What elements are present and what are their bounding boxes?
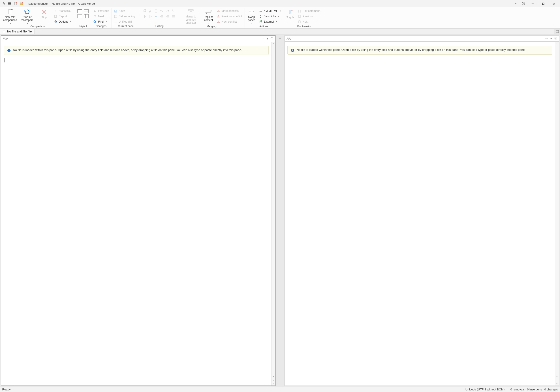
splitter-grip-icon[interactable]: ⋯ xyxy=(279,212,282,216)
new-text-comparison-button[interactable]: New text comparison xyxy=(2,8,18,24)
layout-single-icon[interactable] xyxy=(78,14,82,18)
right-file-header: ⋯ ▾ xyxy=(284,35,559,42)
document-tab[interactable]: No file and No file xyxy=(0,29,35,34)
svg-rect-40 xyxy=(156,10,156,10)
layout-horizontal-icon[interactable] xyxy=(84,9,89,13)
left-info-text: No file is loaded within this pane. Open… xyxy=(13,48,242,52)
svg-rect-64 xyxy=(556,30,559,33)
info-icon: i xyxy=(7,49,11,52)
right-scroll-gutter[interactable]: ▲ ▼ ▾ ▿ xyxy=(555,42,559,385)
scroll-down-icon[interactable]: ▼ xyxy=(555,375,559,378)
replace-content-button[interactable]: Replace content xyxy=(202,8,215,24)
ribbon-collapse-icon[interactable] xyxy=(512,0,519,7)
scroll-end1-icon[interactable]: ▾ xyxy=(271,378,275,382)
browse-icon[interactable]: ⋯ xyxy=(261,37,265,41)
find-button[interactable]: Find xyxy=(92,19,110,24)
unified-diff-button: Unified diff xyxy=(113,19,139,24)
edit-tool3-icon xyxy=(154,14,158,19)
report-icon xyxy=(54,15,57,18)
svg-rect-63 xyxy=(3,30,5,33)
merge-common-icon xyxy=(187,9,195,15)
svg-text:?: ? xyxy=(523,3,524,5)
comparison-workspace: ⋯ ▾ i No file is loaded within this pane… xyxy=(0,34,560,387)
layout-vertical-icon[interactable] xyxy=(78,9,82,13)
new-text-comparison-label: New text comparison xyxy=(3,15,17,22)
options-button[interactable]: Options xyxy=(53,19,74,24)
xml-html-button[interactable]: XML XML/HTML xyxy=(258,9,282,13)
scroll-up-icon[interactable]: ▲ xyxy=(271,42,275,45)
close-button[interactable] xyxy=(549,0,559,7)
help-icon[interactable]: ? xyxy=(520,0,527,7)
swap-panes-button[interactable]: Swap panes xyxy=(246,8,257,24)
open-file-icon[interactable] xyxy=(19,1,23,6)
right-file-input[interactable] xyxy=(285,37,543,40)
history-icon[interactable] xyxy=(270,37,274,41)
group-label-bookmarks: Bookmarks xyxy=(285,24,323,29)
stop-icon xyxy=(40,9,48,15)
edit-tool2-icon xyxy=(148,14,152,19)
external-button[interactable]: External xyxy=(258,19,282,24)
scroll-end1-icon[interactable]: ▾ xyxy=(555,378,559,382)
scroll-end2-icon[interactable]: ▿ xyxy=(555,382,559,385)
document-icon xyxy=(3,30,6,33)
svg-rect-10 xyxy=(54,15,57,18)
quick-access-menu-icon[interactable] xyxy=(8,1,12,6)
left-scroll-gutter[interactable]: ▲ ▼ ▾ ▿ xyxy=(271,42,275,385)
left-editor[interactable]: i No file is loaded within this pane. Op… xyxy=(1,42,276,386)
svg-rect-22 xyxy=(84,14,88,18)
new-text-comparison-icon xyxy=(6,9,14,15)
svg-text:i: i xyxy=(292,49,293,52)
ribbon-group-comparison: New text comparison Start or recompare S… xyxy=(0,8,75,29)
left-file-input[interactable] xyxy=(1,37,260,40)
start-recompare-button[interactable]: Start or recompare xyxy=(19,8,35,24)
sync-links-button[interactable]: Sync links xyxy=(258,14,282,19)
scroll-up-icon[interactable]: ▲ xyxy=(555,42,559,45)
info-icon: i xyxy=(291,49,294,52)
group-label-comparison: Comparison xyxy=(2,24,74,29)
svg-point-45 xyxy=(156,16,157,17)
redo-icon xyxy=(165,9,170,13)
gear-icon xyxy=(54,20,57,23)
scroll-down-icon[interactable]: ▼ xyxy=(271,375,275,378)
group-label-current-pane: Current pane xyxy=(113,24,139,29)
pane-splitter[interactable]: ⋯ xyxy=(276,35,284,386)
report-button: Report… xyxy=(53,14,74,19)
change-indicator-icon xyxy=(279,38,281,39)
status-changes: 0 removals · 0 insertions · 0 changes xyxy=(510,388,558,391)
ribbon-group-actions: Swap panes XML XML/HTML Sync links Exter… xyxy=(244,8,283,29)
svg-rect-21 xyxy=(78,14,82,18)
svg-rect-0 xyxy=(14,2,16,5)
edit-tool1-icon xyxy=(142,14,147,19)
app-icon[interactable] xyxy=(2,1,6,6)
svg-rect-55 xyxy=(189,10,193,11)
right-editor[interactable]: i No file is loaded within this pane. Op… xyxy=(284,42,559,386)
swap-icon xyxy=(248,9,255,15)
search-icon xyxy=(93,20,97,23)
conflict-icon xyxy=(217,9,220,13)
svg-text:i: i xyxy=(9,49,9,52)
maximize-button[interactable] xyxy=(538,0,548,7)
sigma-icon xyxy=(54,9,57,13)
status-encoding: Unicode (UTF-8 without BOM) xyxy=(465,388,504,391)
statistics-button: Statistics… xyxy=(53,9,74,13)
browse-icon[interactable]: ⋯ xyxy=(545,37,549,40)
diff-icon xyxy=(114,20,117,23)
group-label-actions: Actions xyxy=(246,24,282,29)
document-tab-strip: No file and No file xyxy=(0,29,560,34)
bookmark-next-button: Next xyxy=(297,19,323,24)
scroll-end2-icon[interactable]: ▿ xyxy=(271,382,275,385)
svg-point-36 xyxy=(150,11,151,12)
previous-change-button: Previous xyxy=(92,9,110,13)
history-icon[interactable] xyxy=(553,37,558,40)
dropdown-icon[interactable]: ▾ xyxy=(549,37,553,40)
bookmark-icon xyxy=(287,9,294,15)
layout-three-icon[interactable] xyxy=(84,14,89,18)
minimize-button[interactable] xyxy=(527,0,538,7)
new-file-icon[interactable] xyxy=(13,1,18,6)
encoding-icon xyxy=(114,15,117,18)
tab-overflow-icon[interactable] xyxy=(554,29,560,34)
svg-rect-28 xyxy=(115,10,116,11)
refresh-icon xyxy=(23,9,31,15)
dropdown-icon[interactable]: ▾ xyxy=(265,37,270,41)
svg-rect-4 xyxy=(542,3,544,4)
